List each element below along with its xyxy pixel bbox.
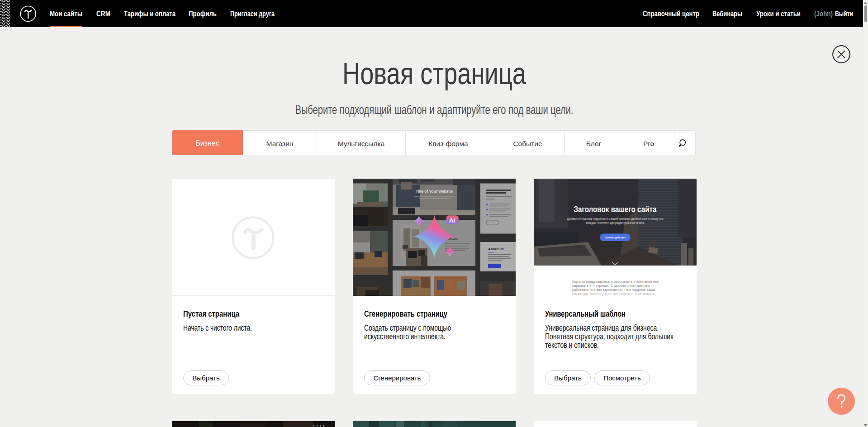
svg-text:Сгенерировать страницу: Сгенерировать страницу	[364, 309, 447, 318]
svg-text:Понятная структура, подходит д: Понятная структура, подходит для больших	[545, 332, 674, 341]
svg-text:Пустая страница: Пустая страница	[183, 309, 239, 318]
svg-text:Универсальный шаблон: Универсальный шаблон	[545, 309, 626, 318]
svg-text:Выберите подходящий шаблон и а: Выберите подходящий шаблон и адаптируйте…	[295, 103, 574, 117]
svg-text:Коротко представьтесь и расска: Коротко представьтесь и расскажите о ком…	[572, 280, 659, 284]
svg-text:Создать страницу с помощью: Создать страницу с помощью	[364, 323, 451, 332]
svg-text:работаете, что вас вдохновляет: работаете, что вас вдохновляет. Чем горд…	[572, 288, 655, 292]
svg-text:сервисе в 3-4 строках. С каким: сервисе в 3-4 строках. С какими клиентам…	[572, 284, 650, 288]
svg-text:Универсальная страница для биз: Универсальная страница для бизнеса.	[545, 323, 659, 332]
svg-text:Начать с чистого листа.: Начать с чистого листа.	[183, 323, 252, 332]
svg-text:команда, какая у нее ценности: команда, какая у нее ценности и мотиваци…	[572, 292, 656, 296]
svg-text:Заголовок вашего сайта: Заголовок вашего сайта	[574, 205, 657, 214]
svg-text:About us: About us	[488, 247, 504, 251]
svg-text:Добавьте интересные подробност: Добавьте интересные подробности о вашей …	[567, 217, 664, 221]
svg-text:вкладка «Контент» для редактир: вкладка «Контент» для редактирования тек…	[586, 221, 645, 225]
svg-text:текстов и списков.: текстов и списков.	[545, 340, 599, 350]
svg-text:AI: AI	[449, 217, 455, 224]
svg-text:Новая страница: Новая страница	[342, 56, 526, 91]
svg-text:Целевое действие: Целевое действие	[605, 236, 626, 239]
svg-text:Title of Your Website: Title of Your Website	[416, 189, 453, 194]
svg-text:искусственного интеллекта.: искусственного интеллекта.	[364, 332, 446, 341]
